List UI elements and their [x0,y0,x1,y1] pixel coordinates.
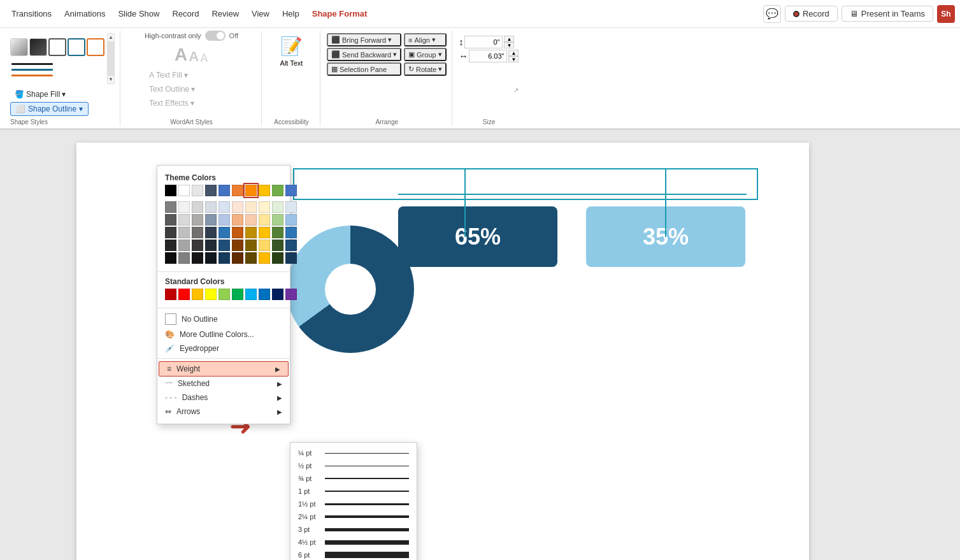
style-swatch-3[interactable] [48,38,66,56]
menu-transitions[interactable]: Transitions [5,6,58,21]
std-yellow[interactable] [205,289,217,300]
size-expand-icon[interactable]: ↗ [513,87,519,94]
weight-6[interactable]: 6 pt [290,549,417,560]
tint-5-2[interactable] [178,252,190,264]
menu-view[interactable]: View [245,6,276,21]
tint-3-6[interactable] [232,227,243,238]
shape-outline-button[interactable]: ⬜ Shape Outline ▾ [10,102,89,116]
bring-forward-arrow[interactable]: ▾ [388,36,392,44]
tint-1-7[interactable] [245,201,257,213]
tint-5-5[interactable] [219,252,230,264]
std-darkblue[interactable] [272,289,283,300]
weight-025[interactable]: ¼ pt [290,447,417,459]
tint-2-9[interactable] [272,214,283,226]
tint-1-5[interactable] [219,201,230,213]
menu-record[interactable]: Record [166,6,205,21]
text-outline-arrow[interactable]: ▾ [191,85,195,94]
swatch-darkblue[interactable] [205,185,217,196]
high-contrast-toggle[interactable] [205,31,226,41]
tint-5-4[interactable] [205,252,217,264]
bring-forward-button[interactable]: ⬛ Bring Forward ▾ [327,33,401,47]
rotate-arrow[interactable]: ▾ [438,65,442,73]
group-button[interactable]: ▣ Group ▾ [404,48,447,61]
send-backward-button[interactable]: ⬛ Send Backward ▾ [327,48,401,61]
tint-4-1[interactable] [165,240,176,251]
tint-1-2[interactable] [178,201,190,213]
shape-fill-button[interactable]: 🪣 Shape Fill ▾ [10,88,89,101]
tint-5-7[interactable] [245,252,257,264]
tint-1-4[interactable] [205,201,217,213]
selection-pane-button[interactable]: ▦ Selection Pane [327,62,401,76]
tint-5-1[interactable] [165,252,176,264]
rotate-button[interactable]: ↻ Rotate ▾ [404,62,447,76]
tint-2-5[interactable] [219,214,230,226]
std-darkred[interactable] [165,289,176,300]
weight-item[interactable]: ≡ Weight ▶ [159,361,289,377]
chat-button[interactable]: 💬 [763,5,781,23]
tint-3-4[interactable] [205,227,217,238]
style-swatch-2[interactable] [29,38,47,56]
swatch-lightgray[interactable] [192,185,203,196]
height-down-button[interactable]: ▼ [508,56,519,62]
menu-animations[interactable]: Animations [58,6,111,21]
tint-2-4[interactable] [205,214,217,226]
tint-4-7[interactable] [245,240,257,251]
std-orange[interactable] [192,289,203,300]
width-down-button[interactable]: ▼ [504,42,514,48]
menu-help[interactable]: Help [276,6,306,21]
tint-2-7[interactable] [245,214,257,226]
sketched-item[interactable]: 〰 Sketched ▶ [157,377,290,391]
weight-225[interactable]: 2¼ pt [290,510,417,523]
tint-4-9[interactable] [272,240,283,251]
weight-05[interactable]: ½ pt [290,459,417,472]
group-arrow[interactable]: ▾ [438,50,442,59]
text-fill-button[interactable]: A Text Fill ▾ [145,69,238,82]
swatch-yellow[interactable] [259,185,270,196]
present-teams-button[interactable]: 🖥 Present in Teams [842,6,933,22]
text-effects-arrow[interactable]: ▾ [190,99,194,108]
swatch-orange-selected[interactable] [245,185,257,196]
tint-5-10[interactable] [285,252,297,264]
weight-075[interactable]: ¾ pt [290,472,417,485]
tint-2-1[interactable] [165,214,176,226]
weight-15[interactable]: 1½ pt [290,498,417,510]
style-swatch-4[interactable] [68,38,85,56]
tint-2-3[interactable] [192,214,203,226]
scroll-down-icon[interactable]: ▼ [108,76,114,83]
style-swatch-1[interactable] [10,38,28,56]
weight-45[interactable]: 4½ pt [290,536,417,549]
std-blue[interactable] [259,289,270,300]
tint-4-8[interactable] [259,240,270,251]
text-fill-arrow[interactable]: ▾ [184,71,188,80]
weight-3[interactable]: 3 pt [290,523,417,536]
tint-3-9[interactable] [272,227,283,238]
callout-65[interactable]: 65% [398,206,557,267]
no-outline-item[interactable]: No Outline [157,311,290,327]
menu-review[interactable]: Review [205,6,245,21]
tint-3-1[interactable] [165,227,176,238]
arrows-item[interactable]: ⇔ Arrows ▶ [157,405,290,419]
tint-3-2[interactable] [178,227,190,238]
text-outline-button[interactable]: Text Outline ▾ [145,83,238,96]
tint-4-6[interactable] [232,240,243,251]
menu-shape-format[interactable]: Shape Format [306,6,374,21]
swatch-black[interactable] [165,185,176,196]
width-up-button[interactable]: ▲ [504,36,514,42]
tint-5-6[interactable] [232,252,243,264]
tint-4-3[interactable] [192,240,203,251]
tint-4-10[interactable] [285,240,297,251]
std-red[interactable] [178,289,190,300]
std-lime[interactable] [219,289,230,300]
dashes-item[interactable]: - - - Dashes ▶ [157,391,290,405]
std-green[interactable] [232,289,243,300]
styles-scrollbar[interactable]: ▲ ▼ [107,33,115,84]
tint-1-6[interactable] [232,201,243,213]
tint-5-8[interactable] [259,252,270,264]
shape-fill-arrow[interactable]: ▾ [62,90,66,99]
tint-2-8[interactable] [259,214,270,226]
tint-3-10[interactable] [285,227,297,238]
share-button[interactable]: Sh [937,5,955,23]
std-lightblue[interactable] [245,289,257,300]
tint-5-9[interactable] [272,252,283,264]
send-backward-arrow[interactable]: ▾ [393,50,397,59]
